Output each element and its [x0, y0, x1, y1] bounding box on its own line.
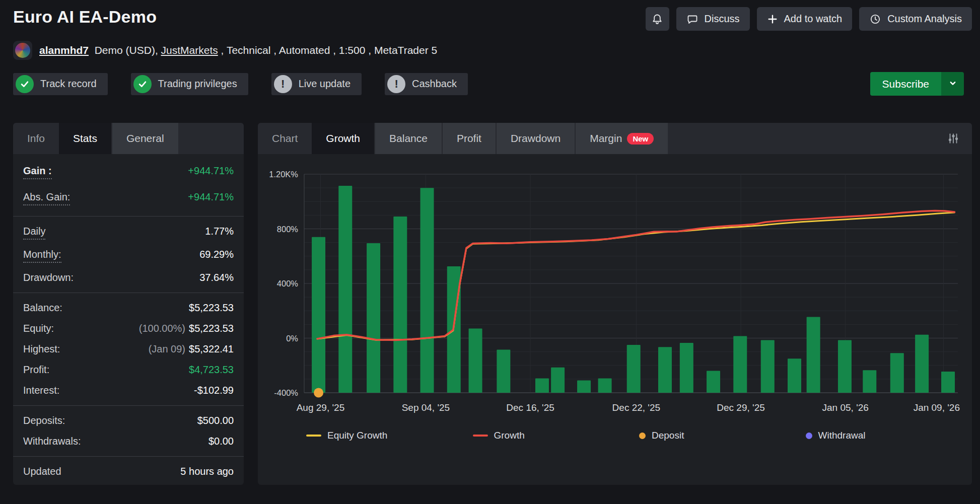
tab-stats[interactable]: Stats — [59, 123, 111, 154]
broker-link[interactable]: JustMarkets — [161, 44, 218, 56]
stats-list: Gain :+944.71%Abs. Gain:+944.71%Daily1.7… — [13, 154, 244, 485]
chart-bar — [338, 186, 352, 393]
subscribe-button[interactable]: Subscribe — [870, 72, 964, 96]
chart-bar — [469, 329, 482, 393]
growth-chart[interactable]: -400%0%400%800%1.20K%Aug 29, '25Sep 04, … — [258, 154, 972, 420]
account-meta-suffix: , Technical , Automated , 1:500 , MetaTr… — [218, 44, 437, 56]
subscribe-dropdown-button[interactable] — [941, 72, 964, 96]
stat-row-gain: Gain :+944.71% — [13, 159, 244, 185]
x-axis-tick-label: Dec 29, '25 — [717, 402, 765, 413]
discuss-button[interactable]: Discuss — [676, 7, 750, 31]
add-to-watch-button[interactable]: Add to watch — [757, 7, 853, 31]
stat-row-tracking: Tracking0 — [13, 482, 244, 485]
tab-general[interactable]: General — [112, 123, 178, 154]
tab-label: General — [126, 132, 164, 145]
legend-item-deposit[interactable]: Deposit — [639, 430, 806, 441]
chart-settings-icon[interactable] — [947, 132, 960, 145]
chat-icon — [686, 13, 698, 25]
legend-item-growth[interactable]: Growth — [473, 430, 640, 441]
stat-row-withdrawals: Withdrawals:$0.00 — [13, 431, 244, 452]
legend-item-withdrawal[interactable]: Withdrawal — [806, 430, 972, 441]
tab-label: Growth — [326, 132, 360, 145]
stat-row-monthly: Monthly:69.29% — [13, 244, 244, 267]
discuss-label: Discuss — [705, 13, 740, 25]
x-axis-tick-label: Dec 16, '25 — [506, 402, 554, 413]
stat-label: Deposits: — [23, 415, 65, 426]
tab-label: Profit — [457, 132, 481, 145]
stat-row-highest: Highest:(Jan 09)$5,322.41 — [13, 339, 244, 359]
custom-analysis-button[interactable]: Custom Analysis — [859, 7, 972, 31]
tab-chart[interactable]: Chart — [258, 123, 312, 154]
stat-row-absgain: Abs. Gain:+944.71% — [13, 185, 244, 211]
stat-row-updated: Updated5 hours ago — [13, 461, 244, 482]
page-title: Euro AI EA-Demo — [13, 7, 157, 27]
tab-balance[interactable]: Balance — [375, 123, 442, 154]
stat-value-prefix: (Jan 09) — [149, 343, 185, 354]
plus-icon — [767, 14, 778, 25]
tab-label: Chart — [272, 132, 298, 145]
status-badge-track-record[interactable]: Track record — [13, 73, 108, 95]
legend-label: Equity Growth — [327, 430, 387, 441]
status-badge-live-update[interactable]: !Live update — [271, 73, 362, 95]
chart-bar — [577, 381, 591, 393]
y-axis-tick-label: -400% — [274, 388, 298, 397]
x-axis-tick-label: Dec 22, '25 — [612, 402, 661, 413]
legend-item-equity-growth[interactable]: Equity Growth — [306, 430, 473, 441]
tab-drawdown[interactable]: Drawdown — [497, 123, 575, 154]
stats-panel: InfoStatsGeneral Gain :+944.71%Abs. Gain… — [13, 123, 244, 485]
y-axis-tick-label: 800% — [277, 225, 299, 234]
account-meta-row: alanmhd7 Demo (USD), JustMarkets , Techn… — [0, 31, 980, 60]
equity-growth-line — [317, 212, 955, 340]
chart-bar — [535, 379, 549, 393]
chart-bar — [421, 188, 434, 393]
divider — [13, 216, 244, 217]
status-badges: Track recordTrading privileges!Live upda… — [13, 73, 468, 95]
stat-label[interactable]: Daily — [23, 226, 45, 240]
chart-bar — [598, 379, 612, 393]
stat-value: (100.00%)$5,223.53 — [139, 323, 234, 334]
tab-label: Stats — [73, 132, 97, 145]
notifications-button[interactable] — [646, 7, 669, 31]
stat-label: Withdrawals: — [23, 436, 81, 447]
badge-row: Track recordTrading privileges!Live upda… — [0, 60, 980, 96]
custom-analysis-label: Custom Analysis — [887, 13, 962, 25]
legend-dot-swatch — [639, 433, 646, 439]
y-axis-tick-label: 0% — [286, 334, 298, 343]
tab-growth[interactable]: Growth — [312, 123, 374, 154]
tab-label: Margin — [590, 132, 622, 145]
tab-profit[interactable]: Profit — [443, 123, 496, 154]
chart-bar — [890, 353, 904, 393]
tab-margin[interactable]: MarginNew — [576, 123, 668, 154]
stat-label: Interest: — [23, 385, 59, 396]
stat-value: 1.77% — [205, 226, 234, 237]
x-axis-tick-label: Sep 04, '25 — [402, 402, 450, 413]
badge-label: Trading privileges — [158, 78, 237, 90]
legend-label: Withdrawal — [818, 430, 866, 441]
stat-label: Profit: — [23, 364, 49, 376]
exclamation-circle-icon: ! — [274, 75, 292, 93]
status-badge-cashback[interactable]: !Cashback — [385, 73, 468, 95]
stat-value-prefix: (100.00%) — [139, 323, 185, 334]
x-axis-tick-label: Aug 29, '25 — [297, 402, 345, 413]
bell-icon — [651, 13, 663, 25]
chart-bar — [658, 347, 672, 393]
status-badge-trading-privileges[interactable]: Trading privileges — [131, 73, 248, 95]
divider — [13, 293, 244, 293]
stat-label: Drawdown: — [23, 272, 74, 283]
chart-bar — [312, 237, 325, 393]
chart-legend: Equity GrowthGrowthDepositWithdrawal — [306, 430, 972, 441]
stat-value: -$102.99 — [194, 385, 234, 396]
content: InfoStatsGeneral Gain :+944.71%Abs. Gain… — [0, 96, 980, 485]
badge-label: Cashback — [412, 78, 457, 90]
chart-panel: ChartGrowthBalanceProfitDrawdownMarginNe… — [258, 123, 972, 485]
legend-dot-swatch — [806, 433, 812, 439]
username-link[interactable]: alanmhd7 — [39, 44, 89, 56]
tab-info[interactable]: Info — [13, 123, 59, 154]
check-circle-icon — [16, 75, 34, 93]
stat-label[interactable]: Monthly: — [23, 249, 61, 263]
clock-icon — [869, 13, 881, 25]
chart-bar — [863, 370, 876, 393]
growth-chart-svg: -400%0%400%800%1.20K%Aug 29, '25Sep 04, … — [266, 167, 961, 418]
stat-label[interactable]: Gain : — [23, 165, 52, 179]
stat-label[interactable]: Abs. Gain: — [23, 191, 70, 205]
